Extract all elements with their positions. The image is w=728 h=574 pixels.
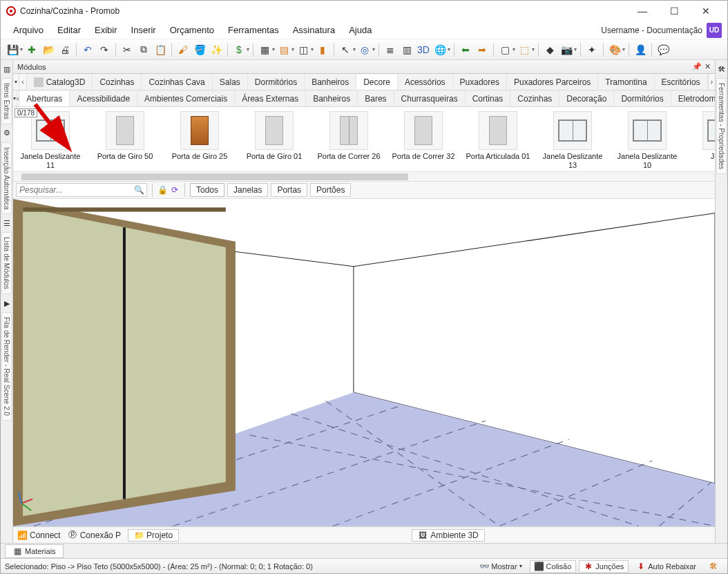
side-auto-icon[interactable]: ⚙ bbox=[2, 128, 12, 138]
menu-orcamento[interactable]: Orçamento bbox=[163, 22, 221, 38]
side-tools-icon[interactable]: 🛠 bbox=[717, 64, 727, 74]
save-icon[interactable]: 💾 bbox=[5, 42, 20, 57]
tab-salas[interactable]: Salas bbox=[213, 74, 248, 90]
palette-icon[interactable]: 🎨 bbox=[607, 42, 622, 57]
gallery-item[interactable]: Porta de Correr 26 bbox=[314, 111, 383, 170]
shape-icon[interactable]: ◫ bbox=[296, 42, 311, 57]
close-button[interactable]: ✕ bbox=[690, 1, 722, 21]
tab-bares[interactable]: Bares bbox=[358, 90, 394, 106]
auto-rebaixar-button[interactable]: ⬇Auto Rebaixar bbox=[631, 560, 701, 573]
redo-icon[interactable]: ↷ bbox=[97, 42, 112, 57]
side-render-icon[interactable]: ▶ bbox=[2, 298, 12, 308]
gallery-item[interactable]: Porta de Giro 50 bbox=[90, 111, 160, 170]
gallery-item[interactable]: Porta de Correr 32 bbox=[389, 111, 458, 170]
tab-tramontina[interactable]: Tramontina bbox=[598, 74, 654, 90]
layers-icon[interactable]: ≣ bbox=[383, 42, 398, 57]
wand-icon[interactable]: ✨ bbox=[209, 42, 224, 57]
tab-aberturas[interactable]: Aberturas bbox=[19, 91, 70, 107]
tab-dormitorios2[interactable]: Dormitórios bbox=[614, 90, 671, 106]
tab-churrasqueiras[interactable]: Churrasqueiras bbox=[394, 90, 466, 106]
currency-icon[interactable]: $ bbox=[231, 42, 247, 57]
chat-icon[interactable]: 💬 bbox=[655, 42, 671, 57]
camera-icon[interactable]: 📷 bbox=[559, 42, 574, 57]
tab-ambientes-comerciais[interactable]: Ambientes Comerciais bbox=[137, 90, 235, 106]
tab-cozinhas2[interactable]: Cozinhas bbox=[510, 90, 559, 106]
tab-escritorios[interactable]: Escritórios bbox=[655, 74, 708, 90]
gallery-item[interactable]: Porta Articulada 01 bbox=[463, 111, 533, 170]
cube-icon[interactable]: ⬚ bbox=[517, 42, 532, 57]
wall-icon[interactable]: ▤ bbox=[276, 42, 291, 57]
side-tab-insercao[interactable]: Inserção Automática bbox=[1, 142, 12, 215]
arrow-left-icon[interactable]: ⬅ bbox=[458, 42, 473, 57]
side-extra-icon[interactable]: ▥ bbox=[2, 64, 12, 74]
menu-ajuda[interactable]: Ajuda bbox=[342, 22, 379, 38]
side-tab-ferramentas[interactable]: Ferramentas - Propriedades bbox=[716, 78, 727, 174]
person-icon[interactable]: 👤 bbox=[633, 42, 648, 57]
panel-close-icon[interactable]: ✕ bbox=[705, 62, 711, 71]
print-icon[interactable]: 🖨 bbox=[57, 42, 73, 57]
open-icon[interactable]: 📂 bbox=[41, 42, 56, 57]
user-badge[interactable]: UD bbox=[707, 23, 722, 38]
mostrar-button[interactable]: 👓Mostrar▾ bbox=[475, 560, 526, 573]
target-icon[interactable]: ◎ bbox=[357, 42, 372, 57]
filter-portas[interactable]: Portas bbox=[271, 183, 307, 197]
tabs1-scroll-left[interactable]: ‹ bbox=[19, 74, 26, 90]
pin-icon[interactable]: 📌 bbox=[692, 62, 702, 71]
search-input[interactable] bbox=[19, 185, 134, 195]
materials-tab[interactable]: ▦Materiais bbox=[5, 544, 64, 558]
status-settings-icon[interactable]: 🛠 bbox=[704, 560, 723, 573]
filter-janelas[interactable]: Janelas bbox=[227, 183, 268, 197]
cut-icon[interactable]: ✂ bbox=[119, 42, 135, 57]
gallery-item[interactable]: Porta de Giro 01 bbox=[240, 111, 309, 170]
tab-cozinhas[interactable]: Cozinhas bbox=[93, 74, 142, 90]
gallery-item[interactable]: Janela Deslizante 10 bbox=[613, 111, 682, 170]
juncoes-button[interactable]: ✱Junções bbox=[579, 560, 629, 573]
3d-viewport[interactable] bbox=[13, 199, 715, 526]
cursor-icon[interactable]: ↖ bbox=[338, 42, 353, 57]
projeto-button[interactable]: 📁Projeto bbox=[128, 529, 179, 542]
tab-cozinhas-cava[interactable]: Cozinhas Cava bbox=[142, 74, 212, 90]
menu-assinatura[interactable]: Assinatura bbox=[286, 22, 342, 38]
undo-icon[interactable]: ↶ bbox=[80, 42, 95, 57]
tab-banheiros[interactable]: Banheiros bbox=[305, 74, 356, 90]
menu-inserir[interactable]: Inserir bbox=[124, 22, 163, 38]
door-icon[interactable]: ▮ bbox=[315, 42, 330, 57]
menu-exibir[interactable]: Exibir bbox=[88, 22, 124, 38]
gallery-item[interactable]: Porta de Giro 25 bbox=[165, 111, 234, 170]
side-list-icon[interactable]: ☰ bbox=[2, 218, 12, 228]
lock-icon[interactable]: 🔒 bbox=[157, 185, 167, 195]
search-box[interactable]: 🔍 bbox=[16, 183, 147, 197]
tab-decore[interactable]: Decore bbox=[356, 75, 398, 90]
arrow-right-icon[interactable]: ➡ bbox=[475, 42, 490, 57]
tab-puxadores-parceiros[interactable]: Puxadores Parceiros bbox=[507, 74, 598, 90]
menu-ferramentas[interactable]: Ferramentas bbox=[221, 22, 286, 38]
roller-icon[interactable]: 🪣 bbox=[192, 42, 207, 57]
tab-dormitorios[interactable]: Dormitórios bbox=[248, 74, 305, 90]
menu-arquivo[interactable]: Arquivo bbox=[6, 22, 50, 38]
diamond-icon[interactable]: ◆ bbox=[542, 42, 557, 57]
menu-editar[interactable]: Editar bbox=[50, 22, 88, 38]
connect-link[interactable]: 📶Connect bbox=[17, 530, 61, 540]
brush-icon[interactable]: 🖌 bbox=[175, 42, 191, 57]
tab-acessibilidade[interactable]: Acessibilidade bbox=[70, 90, 137, 106]
search-icon[interactable]: 🔍 bbox=[134, 185, 144, 195]
maximize-button[interactable]: ☐ bbox=[658, 1, 690, 21]
gallery-item[interactable]: Janela Deslizante 11 bbox=[16, 111, 85, 170]
stack-icon[interactable]: ▥ bbox=[399, 42, 414, 57]
copy-icon[interactable]: ⧉ bbox=[136, 42, 151, 57]
minimize-button[interactable]: — bbox=[626, 1, 658, 21]
snap-icon[interactable]: ✦ bbox=[584, 42, 600, 57]
filter-portoes[interactable]: Portões bbox=[310, 183, 351, 197]
tab-eletrodomesticos[interactable]: Eletrodomésticos bbox=[671, 90, 715, 106]
filter-todos[interactable]: Todos bbox=[190, 183, 224, 197]
gallery-item[interactable]: Janela Deslizante 13 bbox=[538, 111, 607, 170]
gallery-scrollbar[interactable] bbox=[13, 171, 715, 181]
tab-decoracao[interactable]: Decoração bbox=[559, 90, 614, 106]
tabs1-dropdown[interactable]: ▾ bbox=[13, 74, 19, 90]
colisao-button[interactable]: ⬛Colisão bbox=[530, 560, 577, 573]
side-tab-lista[interactable]: Lista de Módulos bbox=[1, 232, 12, 294]
ambiente-3d-button[interactable]: 🖼Ambiente 3D bbox=[412, 529, 484, 542]
tab-cortinas[interactable]: Cortinas bbox=[466, 90, 511, 106]
tab-acessorios[interactable]: Acessórios bbox=[398, 74, 453, 90]
box-icon[interactable]: ▢ bbox=[497, 42, 513, 57]
